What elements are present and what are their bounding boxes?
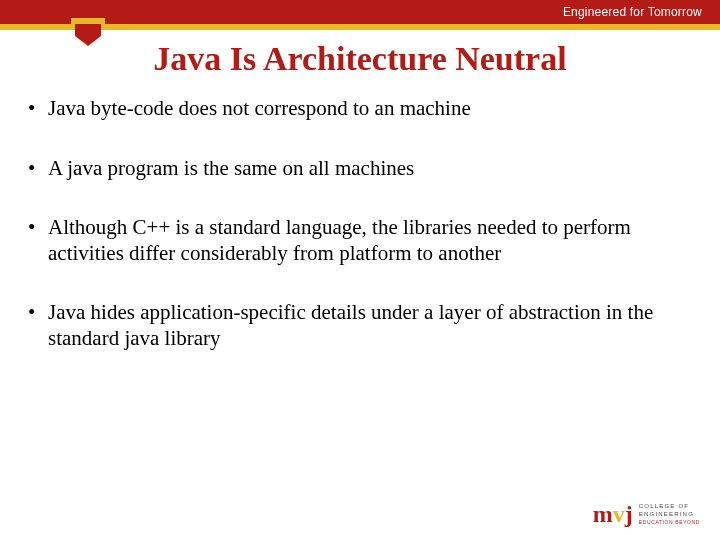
header-accent-bar [0, 24, 720, 30]
bullet-list: Java byte-code does not correspond to an… [22, 96, 698, 352]
logo-letter-j: j [625, 501, 633, 527]
logo-text-block: COLLEGE OF ENGINEERING EDUCATION BEYOND [639, 503, 700, 525]
slide-title: Java Is Architecture Neutral [0, 40, 720, 78]
logo-letter-v: v [613, 501, 625, 527]
logo-line1: COLLEGE OF [639, 503, 700, 511]
logo-subline: EDUCATION BEYOND [639, 519, 700, 526]
bullet-item: A java program is the same on all machin… [22, 156, 698, 182]
slide: Engineered for Tomorrow Java Is Architec… [0, 0, 720, 540]
logo-mark-icon: mvj [593, 502, 633, 526]
footer-logo: mvj COLLEGE OF ENGINEERING EDUCATION BEY… [593, 502, 700, 526]
logo-letter-m: m [593, 501, 613, 527]
bullet-item: Although C++ is a standard language, the… [22, 215, 698, 266]
tagline-text: Engineered for Tomorrow [563, 0, 702, 24]
bullet-item: Java hides application-specific details … [22, 300, 698, 351]
logo-line2: ENGINEERING [639, 511, 700, 519]
bullet-item: Java byte-code does not correspond to an… [22, 96, 698, 122]
slide-content: Java byte-code does not correspond to an… [22, 96, 698, 386]
